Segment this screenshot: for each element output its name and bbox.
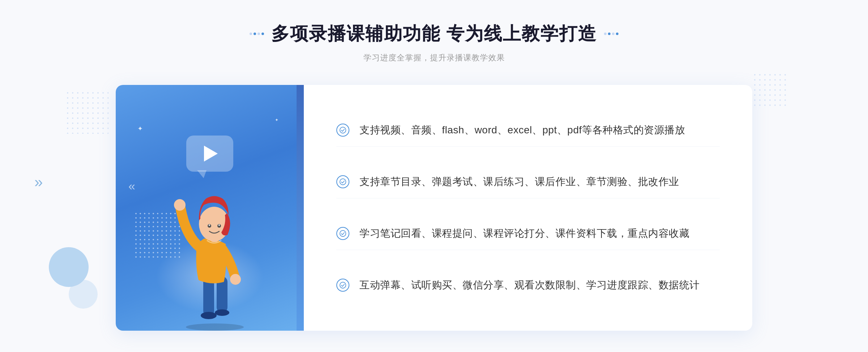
title-dot (254, 33, 256, 35)
title-dot (616, 33, 618, 35)
title-row: 多项录播课辅助功能 专为线上教学打造 (250, 22, 618, 46)
title-dot (604, 33, 607, 35)
feature-text-2: 支持章节目录、弹题考试、课后练习、课后作业、章节测验、批改作业 (359, 174, 679, 190)
subtitle: 学习进度全掌握，提升录播课教学效果 (250, 52, 618, 63)
feature-item-2: 支持章节目录、弹题考试、课后练习、课后作业、章节测验、批改作业 (336, 166, 720, 198)
svg-point-13 (340, 127, 346, 133)
star-decoration-2: ✦ (275, 117, 278, 123)
arrow-decoration: « (128, 179, 133, 193)
illustration-panel: ✦ ✦ « (116, 85, 304, 331)
decorative-dots-right (752, 72, 788, 108)
svg-point-14 (340, 179, 346, 185)
decorative-circle-light (69, 280, 98, 309)
decorative-dots-left (65, 90, 109, 134)
play-bubble-bg (186, 136, 233, 172)
title-dot (250, 33, 252, 35)
svg-point-5 (174, 199, 186, 211)
check-icon-3 (336, 227, 349, 240)
feature-item-3: 学习笔记回看、课程提问、课程评论打分、课件资料下载，重点内容收藏 (336, 218, 720, 250)
title-dot (261, 33, 264, 35)
page-wrapper: » 多项录播课辅助功能 专为线上教学打造 学习进度全掌握，提升录播课教学效果 (0, 0, 868, 352)
features-panel: 支持视频、音频、flash、word、excel、ppt、pdf等各种格式的资源… (304, 85, 752, 331)
svg-point-6 (230, 274, 241, 285)
header-section: 多项录播课辅助功能 专为线上教学打造 学习进度全掌握，提升录播课教学效果 (250, 22, 618, 63)
accent-bar (297, 85, 304, 331)
decorative-chevron: » (34, 173, 40, 191)
content-card: ✦ ✦ « (116, 85, 752, 331)
check-icon-2 (336, 175, 349, 188)
svg-point-15 (340, 231, 346, 237)
svg-point-0 (186, 323, 244, 331)
feature-item-4: 互动弹幕、试听购买、微信分享、观看次数限制、学习进度跟踪、数据统计 (336, 269, 720, 301)
feature-text-3: 学习笔记回看、课程提问、课程评论打分、课件资料下载，重点内容收藏 (359, 226, 689, 242)
title-dot (608, 33, 610, 35)
feature-item-1: 支持视频、音频、flash、word、excel、ppt、pdf等各种格式的资源… (336, 114, 720, 147)
feature-text-1: 支持视频、音频、flash、word、excel、ppt、pdf等各种格式的资源… (359, 122, 685, 138)
check-icon-1 (336, 124, 349, 137)
check-icon-4 (336, 279, 349, 292)
svg-point-12 (218, 224, 220, 226)
play-bubble (186, 136, 233, 172)
title-dot (258, 33, 260, 35)
main-title: 多项录播课辅助功能 专为线上教学打造 (271, 22, 597, 46)
svg-point-4 (215, 309, 229, 316)
title-dots-left (250, 33, 264, 35)
feature-text-4: 互动弹幕、试听购买、微信分享、观看次数限制、学习进度跟踪、数据统计 (359, 277, 700, 293)
person-illustration (164, 172, 265, 331)
title-dot (612, 33, 614, 35)
svg-point-3 (201, 312, 217, 319)
title-dots-right (604, 33, 618, 35)
svg-point-16 (340, 282, 346, 288)
play-icon (204, 146, 218, 162)
svg-point-11 (209, 224, 210, 226)
star-decoration-1: ✦ (137, 125, 143, 133)
